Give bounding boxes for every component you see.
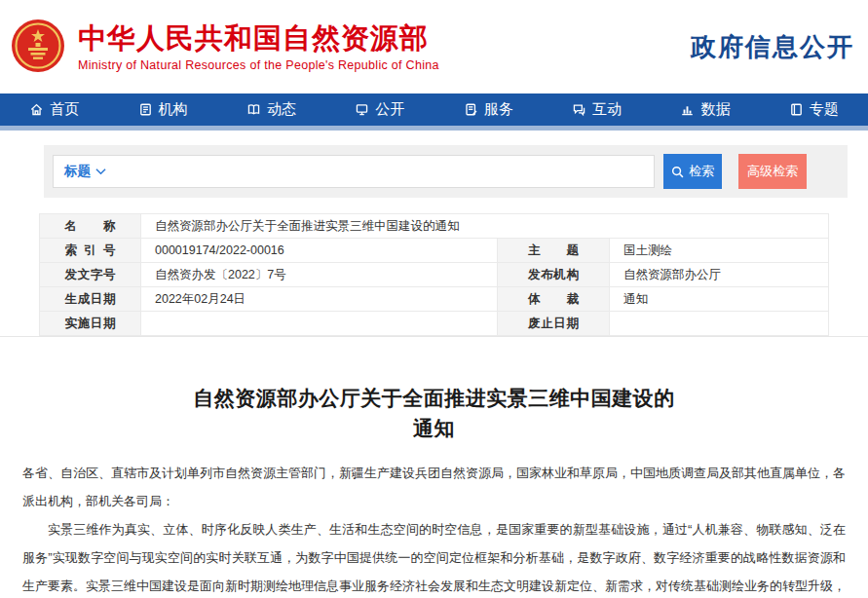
interaction-icon xyxy=(572,102,586,117)
nav-label: 公开 xyxy=(375,100,404,119)
document-meta: 名称 自然资源部办公厅关于全面推进实景三维中国建设的通知 索引号 0000191… xyxy=(39,213,828,336)
nav-label: 机构 xyxy=(159,100,188,119)
advanced-search-button[interactable]: 高级检索 xyxy=(738,154,807,189)
search-field-label: 标题 xyxy=(64,163,91,180)
meta-label-subject: 主题 xyxy=(498,239,610,263)
meta-label-create-date: 生成日期 xyxy=(40,287,141,312)
section-divider xyxy=(0,336,868,337)
page-root: 中华人民共和国自然资源部 Ministry of Natural Resourc… xyxy=(0,0,868,598)
site-subtitle: Ministry of Natural Resources of the Peo… xyxy=(78,58,439,72)
chevron-down-icon xyxy=(95,168,106,175)
document-title-line1: 自然资源部办公厅关于全面推进实景三维中国建设的 xyxy=(193,387,675,409)
gov-info-disclosure-link[interactable]: 政府信息公开 xyxy=(691,30,854,64)
search-button[interactable]: 检索 xyxy=(663,154,722,189)
nav-item-interaction[interactable]: 互动 xyxy=(543,93,651,126)
meta-label-doc-number: 发文字号 xyxy=(40,263,141,287)
meta-label-name: 名称 xyxy=(40,214,141,239)
services-icon xyxy=(464,102,478,117)
brand-block: 中华人民共和国自然资源部 Ministry of Natural Resourc… xyxy=(78,21,439,72)
nav-item-disclosure[interactable]: 公开 xyxy=(325,93,434,126)
table-row: 实施日期 废止日期 xyxy=(40,312,829,336)
table-row: 名称 自然资源部办公厅关于全面推进实景三维中国建设的通知 xyxy=(40,214,829,239)
document-body: 各省、自治区、直辖市及计划单列市自然资源主管部门，新疆生产建设兵团自然资源局，国… xyxy=(22,459,846,598)
document-title: 自然资源部办公厅关于全面推进实景三维中国建设的 通知 xyxy=(0,383,868,443)
home-icon xyxy=(29,102,44,117)
nav-label: 互动 xyxy=(592,100,622,119)
document-paragraph-recipients: 各省、自治区、直辖市及计划单列市自然资源主管部门，新疆生产建设兵团自然资源局，国… xyxy=(22,459,846,515)
site-header: 中华人民共和国自然资源部 Ministry of Natural Resourc… xyxy=(0,0,868,93)
organization-icon xyxy=(138,102,153,117)
meta-value-name: 自然资源部办公厅关于全面推进实景三维中国建设的通知 xyxy=(141,214,829,239)
main-nav: 首页 机构 动态 公开 服务 xyxy=(0,93,868,126)
disclosure-icon xyxy=(355,102,369,117)
nav-item-home[interactable]: 首页 xyxy=(0,93,108,126)
table-row: 索引号 000019174/2022-00016 主题 国土测绘 xyxy=(40,239,829,263)
nav-item-services[interactable]: 服务 xyxy=(434,93,543,126)
search-icon xyxy=(671,166,684,178)
nav-item-organization[interactable]: 机构 xyxy=(108,93,216,126)
topics-icon xyxy=(789,102,804,117)
nav-label: 动态 xyxy=(267,100,296,119)
nav-accent-strip xyxy=(0,126,868,131)
meta-value-index-no: 000019174/2022-00016 xyxy=(141,239,498,263)
nav-label: 数据 xyxy=(700,100,730,119)
search-input[interactable] xyxy=(114,156,654,187)
meta-label-effective-date: 实施日期 xyxy=(40,312,141,336)
data-icon xyxy=(680,102,695,117)
meta-value-subject: 国土测绘 xyxy=(610,239,829,263)
meta-value-repeal-date xyxy=(610,312,829,336)
search-box: 标题 xyxy=(53,155,655,188)
meta-value-doc-number: 自然资办发〔2022〕7号 xyxy=(141,263,498,287)
document-title-line2: 通知 xyxy=(413,417,455,439)
nav-label: 服务 xyxy=(484,100,513,119)
advanced-search-label: 高级检索 xyxy=(747,163,798,180)
search-field-selector[interactable]: 标题 xyxy=(54,163,114,180)
nav-label: 首页 xyxy=(50,100,79,119)
document-meta-table: 名称 自然资源部办公厅关于全面推进实景三维中国建设的通知 索引号 0000191… xyxy=(39,213,829,336)
site-title: 中华人民共和国自然资源部 xyxy=(78,21,439,55)
meta-label-genre: 体裁 xyxy=(498,287,610,312)
table-row: 生成日期 2022年02月24日 体裁 通知 xyxy=(40,287,829,312)
table-row: 发文字号 自然资办发〔2022〕7号 发布机构 自然资源部办公厅 xyxy=(40,263,829,287)
meta-value-issuing-agency: 自然资源部办公厅 xyxy=(610,263,829,287)
meta-label-issuing-agency: 发布机构 xyxy=(498,263,610,287)
document-paragraph-intro: 实景三维作为真实、立体、时序化反映人类生产、生活和生态空间的时空信息，是国家重要… xyxy=(22,515,846,598)
meta-label-repeal-date: 废止日期 xyxy=(498,312,610,336)
search-bar: 标题 检索 高级检索 xyxy=(44,145,848,198)
meta-label-index-no: 索引号 xyxy=(40,239,141,263)
meta-value-effective-date xyxy=(141,312,498,336)
search-button-label: 检索 xyxy=(689,163,714,180)
nav-label: 专题 xyxy=(810,100,839,119)
nav-item-news[interactable]: 动态 xyxy=(217,93,325,126)
news-icon xyxy=(246,102,261,117)
nav-item-topics[interactable]: 专题 xyxy=(760,93,868,126)
nav-item-data[interactable]: 数据 xyxy=(651,93,759,126)
meta-value-genre: 通知 xyxy=(610,287,829,312)
meta-value-create-date: 2022年02月24日 xyxy=(141,287,498,312)
national-emblem-icon xyxy=(10,17,66,77)
